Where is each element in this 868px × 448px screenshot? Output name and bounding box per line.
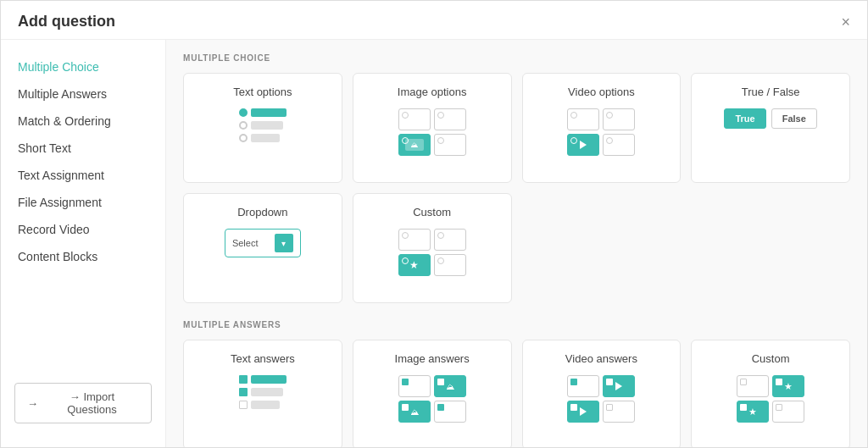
video-options-icon xyxy=(567,108,635,156)
checkbox-sq-1 xyxy=(239,375,248,384)
checkbox-sq-2 xyxy=(239,388,248,396)
star-icon-white: ★ xyxy=(409,259,419,271)
ans-chk-4 xyxy=(437,404,444,411)
vid-radio-1 xyxy=(570,112,577,119)
sidebar: Multiple Choice Multiple Answers Match &… xyxy=(1,40,166,447)
card-custom-mc-title: Custom xyxy=(413,206,451,218)
card-image-options[interactable]: Image options ⛰ xyxy=(353,73,512,183)
sidebar-footer: → → Import Questions xyxy=(1,373,165,434)
card-text-options[interactable]: Text options xyxy=(183,73,342,183)
card-image-answers[interactable]: Image answers ⛰ ⛰ xyxy=(353,340,512,447)
card-video-answers-title: Video answers xyxy=(565,352,637,365)
img-opt-cell-3: ⛰ xyxy=(398,134,431,156)
card-text-answers-title: Text answers xyxy=(231,352,295,365)
vid-ans-play-icon xyxy=(615,382,622,390)
card-dropdown[interactable]: Dropdown Select ▾ xyxy=(183,193,342,303)
vid-ans-cell-4 xyxy=(603,401,635,423)
add-question-modal: Add question × Multiple Choice Multiple … xyxy=(0,0,868,448)
main-content: MULTIPLE CHOICE Text options xyxy=(166,40,867,447)
card-custom-mc[interactable]: Custom ★ xyxy=(353,193,512,303)
cust-ans-chk-2 xyxy=(776,379,782,385)
card-video-options-title: Video options xyxy=(568,86,635,98)
img-ans-cell-1 xyxy=(398,375,431,397)
video-answers-icon xyxy=(567,375,635,423)
vid-radio-4 xyxy=(606,137,613,144)
cust-star-icon-2: ★ xyxy=(748,407,757,418)
text-answers-icon xyxy=(239,375,287,409)
cust-star-icon: ★ xyxy=(784,381,793,392)
card-true-false[interactable]: True / False True False xyxy=(691,73,850,183)
card-image-options-title: Image options xyxy=(398,86,467,98)
play-icon-white xyxy=(580,141,587,149)
img-opt-cell-2 xyxy=(434,108,466,130)
custom-cell-2 xyxy=(434,229,466,251)
cust-ans-chk-1 xyxy=(740,379,747,385)
custom-cell-4 xyxy=(434,254,466,276)
img-ans-cell-4 xyxy=(434,401,466,423)
sidebar-item-text-assignment[interactable]: Text Assignment xyxy=(1,162,165,189)
img-radio-1 xyxy=(402,112,409,119)
text-bar-2 xyxy=(251,121,283,130)
card-image-answers-title: Image answers xyxy=(395,352,470,365)
card-custom-ma[interactable]: Custom ★ ★ xyxy=(691,340,850,447)
vid-radio-2 xyxy=(606,112,613,119)
modal-header: Add question × xyxy=(1,1,867,40)
modal-body: Multiple Choice Multiple Answers Match &… xyxy=(1,40,867,447)
sidebar-item-match-ordering[interactable]: Match & Ordering xyxy=(1,108,165,135)
vid-radio-3 xyxy=(570,137,577,144)
sidebar-item-short-text[interactable]: Short Text xyxy=(1,135,165,162)
ans-text-bar-2 xyxy=(251,388,283,396)
img-ans-cell-2: ⛰ xyxy=(434,375,466,397)
custom-radio-1 xyxy=(402,232,409,239)
vid-ans-chk-2 xyxy=(606,379,613,385)
ans-mountain-icon-2: ⛰ xyxy=(410,407,419,417)
img-radio-4 xyxy=(437,137,444,144)
vid-ans-chk-1 xyxy=(570,379,577,385)
true-false-icon: True False xyxy=(724,108,816,129)
multiple-answers-grid: Text answers xyxy=(183,340,850,447)
checkbox-empty-3 xyxy=(239,401,248,409)
sidebar-item-file-assignment[interactable]: File Assignment xyxy=(1,189,165,216)
false-btn-mock: False xyxy=(771,108,817,129)
card-dropdown-title: Dropdown xyxy=(237,206,287,218)
sidebar-item-record-video[interactable]: Record Video xyxy=(1,216,165,243)
sidebar-item-multiple-answers[interactable]: Multiple Answers xyxy=(1,80,165,108)
card-video-answers[interactable]: Video answers xyxy=(522,340,682,447)
multiple-answers-section-label: MULTIPLE ANSWERS xyxy=(183,320,850,329)
vid-ans-chk-3 xyxy=(570,404,577,411)
custom-cell-1 xyxy=(398,229,431,251)
img-ans-cell-3: ⛰ xyxy=(398,401,431,423)
ans-chk-2 xyxy=(437,379,444,385)
card-text-answers[interactable]: Text answers xyxy=(183,340,342,447)
cust-ans-chk-3 xyxy=(740,404,747,411)
close-button[interactable]: × xyxy=(841,14,850,30)
cust-ans-cell-2: ★ xyxy=(772,375,804,397)
img-opt-cell-1 xyxy=(398,108,431,130)
text-bar-1 xyxy=(251,108,287,117)
true-btn-mock: True xyxy=(724,108,765,129)
dropdown-arrow-icon: ▾ xyxy=(275,234,293,252)
text-bar-3 xyxy=(251,134,280,142)
card-video-options[interactable]: Video options xyxy=(522,73,682,183)
card-text-options-title: Text options xyxy=(233,86,292,98)
sidebar-item-multiple-choice[interactable]: Multiple Choice xyxy=(1,53,165,80)
cust-ans-chk-4 xyxy=(776,404,782,411)
import-questions-button[interactable]: → → Import Questions xyxy=(14,383,152,423)
vid-ans-cell-2 xyxy=(603,375,635,397)
vid-ans-cell-3 xyxy=(567,401,599,423)
modal-title: Add question xyxy=(18,13,115,30)
ans-chk-1 xyxy=(402,379,409,385)
vid-opt-cell-4 xyxy=(603,134,635,156)
multiple-choice-grid: Text options xyxy=(183,73,850,303)
vid-ans-play-icon-2 xyxy=(580,407,587,416)
vid-opt-cell-3 xyxy=(567,134,599,156)
custom-radio-4 xyxy=(437,257,444,264)
img-radio-2 xyxy=(437,112,444,119)
card-true-false-title: True / False xyxy=(742,86,800,98)
ans-mountain-icon: ⛰ xyxy=(446,382,454,391)
multiple-choice-section: MULTIPLE CHOICE Text options xyxy=(183,53,850,303)
cust-ans-cell-1 xyxy=(737,375,769,397)
sidebar-nav: Multiple Choice Multiple Answers Match &… xyxy=(1,53,165,270)
custom-mc-icon: ★ xyxy=(398,229,466,276)
sidebar-item-content-blocks[interactable]: Content Blocks xyxy=(1,243,165,270)
